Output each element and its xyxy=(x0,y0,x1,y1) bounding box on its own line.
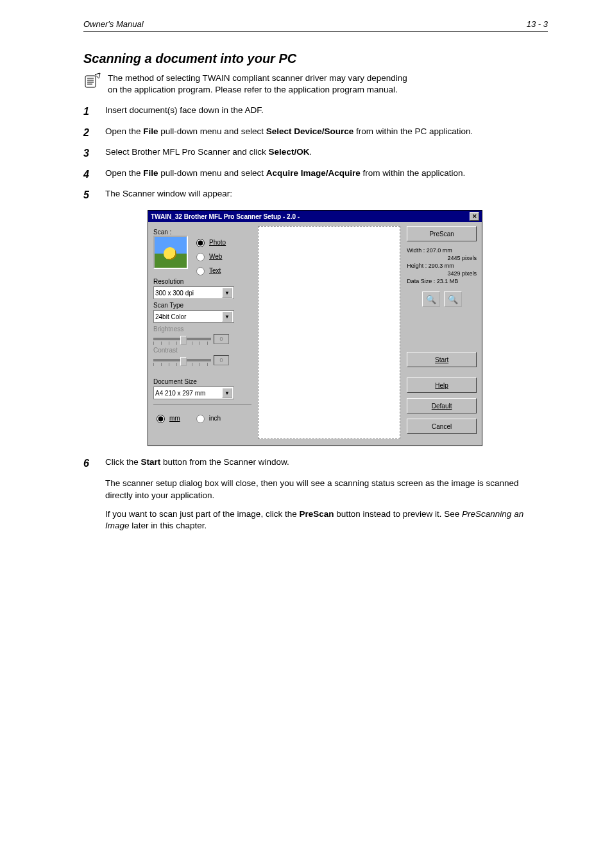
note-text: The method of selecting TWAIN compliant … xyxy=(108,73,407,96)
resolution-value: 300 x 300 dpi xyxy=(155,290,194,297)
datasize-info: Data Size : 23.1 MB xyxy=(407,278,477,284)
slider-thumb[interactable] xyxy=(180,336,187,345)
section-title: Scanning a document into your PC xyxy=(83,51,548,66)
step-text: The Scanner window will appear: xyxy=(105,188,232,202)
kw-file: File xyxy=(143,126,158,136)
kw-select-device: Select Device/Source xyxy=(266,126,354,136)
scantype-label: Scan Type xyxy=(153,302,251,309)
svg-rect-0 xyxy=(85,76,96,87)
radio-inch[interactable]: inch xyxy=(193,413,221,423)
steps-list-2: 6 Click the Start button from the Scanne… xyxy=(83,456,548,471)
resolution-label: Resolution xyxy=(153,278,251,285)
radio-mm[interactable]: mm xyxy=(153,413,180,423)
zoom-buttons: 🔍 🔍 xyxy=(407,291,477,307)
step-text: Select Brother MFL Pro Scanner and click… xyxy=(105,146,312,161)
step-text: Insert document(s) face down in the ADF. xyxy=(105,105,264,119)
scan-thumbnail xyxy=(153,236,188,269)
kw-file-2: File xyxy=(143,168,158,178)
zoom-out-icon[interactable]: 🔍 xyxy=(444,291,462,307)
contrast-label: Contrast xyxy=(153,347,251,354)
height-info: Height : 290.3 mm xyxy=(407,263,477,269)
scanner-dialog: TWAIN_32 Brother MFL Pro Scanner Setup -… xyxy=(148,210,482,446)
step-number: 3 xyxy=(83,146,96,161)
note-line-2: on the application program. Please refer… xyxy=(108,85,398,94)
dialog-body: Scan : Photo Web Text Resolution 300 x 3… xyxy=(148,222,482,446)
scan-label: Scan : xyxy=(153,229,251,236)
dialog-preview-panel xyxy=(258,226,400,439)
preview-area[interactable] xyxy=(258,226,400,439)
kw-start: Start xyxy=(141,457,161,467)
docsize-dropdown[interactable]: A4 210 x 297 mm ▼ xyxy=(153,386,234,399)
note-icon xyxy=(83,73,101,89)
step-text: Open the File pull-down menu and select … xyxy=(105,168,465,182)
width-info: Width : 207.0 mm xyxy=(407,247,477,254)
note-block: The method of selecting TWAIN compliant … xyxy=(83,73,548,96)
radio-text[interactable]: Text xyxy=(193,265,226,275)
brightness-slider[interactable]: 0 xyxy=(153,334,251,344)
chevron-down-icon[interactable]: ▼ xyxy=(222,388,232,398)
contrast-slider[interactable]: 0 xyxy=(153,355,251,365)
step-4: 4 Open the File pull-down menu and selec… xyxy=(83,168,548,182)
scan-mode-radios: Photo Web Text xyxy=(193,237,226,275)
help-button[interactable]: Help xyxy=(407,378,477,393)
step-number: 6 xyxy=(83,456,96,471)
scantype-value: 24bit Color xyxy=(155,313,186,320)
header-page-number: 13 - 3 xyxy=(527,19,548,29)
step-number: 2 xyxy=(83,126,96,140)
radio-photo[interactable]: Photo xyxy=(193,237,226,247)
height-px-info: 3429 pixels xyxy=(407,270,477,277)
cancel-button[interactable]: Cancel xyxy=(407,419,477,434)
chevron-down-icon[interactable]: ▼ xyxy=(222,288,232,298)
dialog-titlebar: TWAIN_32 Brother MFL Pro Scanner Setup -… xyxy=(148,211,482,222)
step-text: Open the File pull-down menu and select … xyxy=(105,126,473,140)
resolution-dropdown[interactable]: 300 x 300 dpi ▼ xyxy=(153,286,234,299)
docsize-value: A4 210 x 297 mm xyxy=(155,390,205,397)
step-number: 1 xyxy=(83,105,96,119)
slider-track[interactable] xyxy=(153,338,211,340)
step-1: 1 Insert document(s) face down in the AD… xyxy=(83,105,548,119)
step-2: 2 Open the File pull-down menu and selec… xyxy=(83,126,548,140)
contrast-value: 0 xyxy=(214,355,229,365)
dialog-title-text: TWAIN_32 Brother MFL Pro Scanner Setup -… xyxy=(151,213,300,220)
zoom-in-icon[interactable]: 🔍 xyxy=(422,291,440,307)
dialog-right-panel: PreScan Width : 207.0 mm 2445 pixels Hei… xyxy=(407,226,477,439)
width-px-info: 2445 pixels xyxy=(407,255,477,261)
post-start-text: The scanner setup dialog box will close,… xyxy=(105,478,548,502)
radio-web[interactable]: Web xyxy=(193,251,226,261)
unit-radios: mm inch xyxy=(153,413,251,423)
step-number: 5 xyxy=(83,188,96,202)
step-text: Click the Start button from the Scanner … xyxy=(105,456,289,471)
kw-prescan: PreScan xyxy=(299,509,334,519)
prescan-button[interactable]: PreScan xyxy=(407,226,477,241)
brightness-label: Brightness xyxy=(153,326,251,333)
chevron-down-icon[interactable]: ▼ xyxy=(222,311,232,322)
note-line-1: The method of selecting TWAIN compliant … xyxy=(108,73,407,83)
steps-list: 1 Insert document(s) face down in the AD… xyxy=(83,105,548,202)
step-6: 6 Click the Start button from the Scanne… xyxy=(83,456,548,471)
header-left: Owner's Manual xyxy=(83,19,144,29)
brightness-value: 0 xyxy=(214,334,229,344)
default-button[interactable]: Default xyxy=(407,398,477,413)
page: Owner's Manual 13 - 3 Scanning a documen… xyxy=(0,0,612,868)
step-3: 3 Select Brother MFL Pro Scanner and cli… xyxy=(83,146,548,161)
scan-mode-row: Photo Web Text xyxy=(153,236,251,275)
docsize-label: Document Size xyxy=(153,378,251,385)
start-button[interactable]: Start xyxy=(407,352,477,367)
dialog-left-panel: Scan : Photo Web Text Resolution 300 x 3… xyxy=(153,226,251,439)
page-header: Owner's Manual 13 - 3 xyxy=(83,19,548,32)
slider-track[interactable] xyxy=(153,359,211,361)
divider xyxy=(153,404,251,405)
step-number: 4 xyxy=(83,168,96,182)
prescan-hint: If you want to scan just part of the ima… xyxy=(105,508,548,533)
step-5: 5 The Scanner window will appear: xyxy=(83,188,548,202)
scantype-dropdown[interactable]: 24bit Color ▼ xyxy=(153,310,234,323)
slider-thumb[interactable] xyxy=(180,357,187,366)
kw-acquire: Acquire Image/Acquire xyxy=(266,168,361,178)
kw-select-ok: Select/OK xyxy=(269,147,310,157)
close-icon[interactable]: ✕ xyxy=(470,212,479,221)
